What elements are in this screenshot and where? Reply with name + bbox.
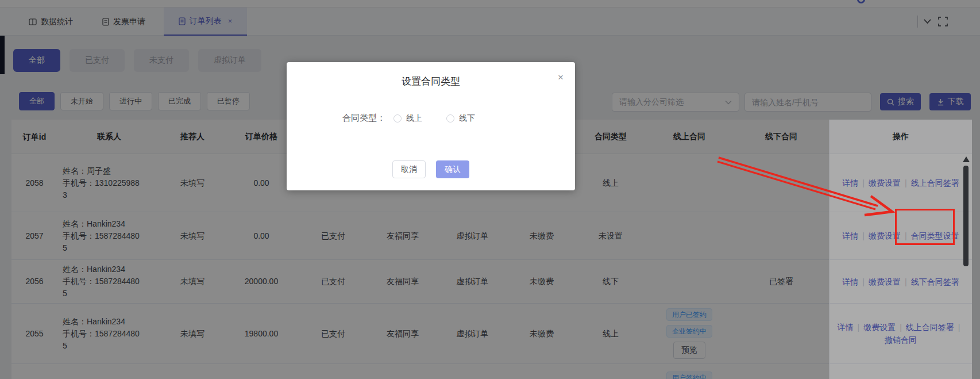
tab-invoice[interactable]: 发票申请	[97, 7, 151, 36]
tab-data-stats[interactable]: 数据统计	[23, 7, 79, 36]
cell-pay-status: 已支付	[299, 212, 368, 259]
cell-referrer: 未填写	[161, 212, 224, 259]
status-completed-button[interactable]: 已完成	[158, 92, 201, 110]
action-separator: |	[905, 229, 907, 242]
cell-offline-contract	[734, 364, 829, 379]
cell-order-id: 2058	[11, 154, 57, 212]
search-icon	[887, 98, 894, 106]
action-contract-type-setting-link[interactable]: 合同类型设置	[911, 229, 959, 242]
cell-online-contract	[645, 212, 734, 259]
cell-fee-status	[507, 364, 576, 379]
status-all-button[interactable]: 全部	[19, 92, 55, 110]
cell-order-id: 2055	[11, 304, 57, 363]
header-contract-type: 合同类型	[576, 120, 645, 154]
filter-virtual-order-button[interactable]: 虚拟订单	[198, 49, 261, 72]
confirm-button[interactable]: 确认	[436, 160, 469, 178]
action-revoke-contract-link[interactable]: 撤销合同	[885, 334, 917, 346]
order-management-app: 数据统计 发票申请 订单列表 × 全部 已支付 未支付 虚拟订单 全部 未开始 …	[0, 0, 980, 379]
action-online-contract-sign-link[interactable]: 线上合同签署	[906, 321, 954, 334]
document-icon	[102, 18, 109, 26]
contact-phone-overflow: 5	[63, 340, 140, 352]
tab-close-icon[interactable]: ×	[228, 17, 233, 25]
toolbar-divider	[917, 16, 918, 28]
cell-online-contract: 用户签约中	[645, 364, 734, 379]
action-detail-link[interactable]: 详情	[842, 177, 858, 189]
download-icon	[937, 98, 944, 106]
action-fee-setting-link[interactable]: 缴费设置	[869, 177, 901, 189]
filter-paid-button[interactable]: 已支付	[70, 49, 125, 72]
preview-button[interactable]: 预览	[673, 342, 705, 359]
status-filter-group: 全部 未开始 进行中 已完成 已暂停	[19, 92, 250, 110]
status-in-progress-button[interactable]: 进行中	[109, 92, 152, 110]
name-phone-input[interactable]	[744, 93, 871, 112]
download-button[interactable]: 下载	[929, 93, 971, 110]
action-separator: |	[862, 177, 865, 189]
radio-offline[interactable]: 线下	[446, 113, 475, 124]
cell-actions: 详情 | 缴费设置 | 线下合同签署	[829, 260, 972, 303]
cell-referrer: 未填写	[161, 304, 224, 363]
cell-online-contract: 用户已签约 企业签约中 预览	[645, 304, 734, 363]
status-not-started-button[interactable]: 未开始	[60, 92, 103, 110]
action-separator: |	[905, 275, 907, 288]
header-contact: 联系人	[57, 120, 161, 154]
cell-contract-type: 线上	[576, 154, 645, 212]
cell-contract-type: 线上	[576, 304, 645, 363]
action-offline-contract-sign-link[interactable]: 线下合同签署	[911, 275, 959, 288]
cell-order-id: 2057	[11, 212, 57, 259]
scrollbar-up-arrow[interactable]	[963, 156, 970, 162]
filter-all-button[interactable]: 全部	[13, 49, 60, 72]
cancel-button[interactable]: 取消	[392, 160, 426, 178]
set-contract-type-dialog: 设置合同类型 × 合同类型： 线上 线下 取消 确认	[287, 62, 575, 190]
tab-order-list[interactable]: 订单列表 ×	[164, 7, 247, 36]
cell-online-contract	[645, 154, 734, 212]
header-actions: 操作	[829, 120, 972, 154]
tab-label: 数据统计	[41, 17, 73, 27]
status-paused-button[interactable]: 已暂停	[207, 92, 250, 110]
contact-name: 姓名：Hankin234	[63, 218, 140, 230]
cell-order-type	[438, 364, 507, 379]
cell-actions: 详情 | 缴费设置 | 线上合同签署	[829, 154, 972, 212]
cell-online-contract	[645, 260, 734, 303]
radio-online[interactable]: 线上	[393, 113, 422, 124]
cell-contact: 姓名：Hankin234 手机号：1587284480 5	[57, 260, 161, 303]
cell-actions	[829, 364, 972, 379]
action-detail-link[interactable]: 详情	[842, 229, 858, 242]
action-detail-link[interactable]: 详情	[842, 275, 858, 288]
filter-unpaid-button[interactable]: 未支付	[134, 49, 189, 72]
action-fee-setting-link[interactable]: 缴费设置	[869, 229, 901, 242]
header-offline-contract: 线下合同	[734, 120, 829, 154]
cell-order-type: 虚拟订单	[438, 304, 507, 363]
action-detail-link[interactable]: 详情	[838, 321, 854, 334]
action-separator: |	[958, 321, 960, 334]
radio-circle-icon	[393, 114, 402, 122]
cell-product	[368, 364, 438, 379]
contact-phone: 手机号：1587284480	[63, 230, 140, 242]
cell-contract-type: 线下	[576, 260, 645, 303]
action-fee-setting-link[interactable]: 缴费设置	[863, 321, 896, 334]
cell-offline-contract: 已签署	[734, 260, 829, 303]
table-scrollbar-thumb[interactable]	[963, 166, 969, 266]
cell-order-type: 虚拟订单	[438, 260, 507, 303]
cell-order-type: 虚拟订单	[438, 212, 507, 259]
cell-referrer	[161, 364, 224, 379]
cell-fee-status: 未缴费	[507, 212, 576, 259]
action-fee-setting-link[interactable]: 缴费设置	[869, 275, 901, 288]
action-online-contract-sign-link[interactable]: 线上合同签署	[911, 177, 959, 189]
fullscreen-icon[interactable]	[938, 17, 948, 26]
book-icon	[29, 18, 37, 26]
select-placeholder: 请输入分公司筛选	[619, 97, 684, 108]
cell-product: 友福同享	[368, 212, 438, 259]
document-icon	[179, 17, 186, 25]
company-filter-select[interactable]: 请输入分公司筛选	[612, 93, 739, 112]
search-button[interactable]: 搜索	[880, 93, 921, 110]
chevron-down-icon[interactable]	[923, 18, 932, 25]
radio-offline-label: 线下	[459, 113, 475, 124]
dialog-title: 设置合同类型	[287, 75, 575, 88]
cell-order-id: 2056	[11, 260, 57, 303]
cell-product: 友福同享	[368, 304, 438, 363]
cell-fee-status: 未缴费	[507, 304, 576, 363]
action-separator: |	[862, 229, 865, 242]
cell-contact: 姓名：Hankin234 手机号：1587284480 5	[57, 304, 161, 363]
tab-label: 订单列表	[190, 16, 222, 26]
close-icon[interactable]: ×	[558, 72, 564, 82]
